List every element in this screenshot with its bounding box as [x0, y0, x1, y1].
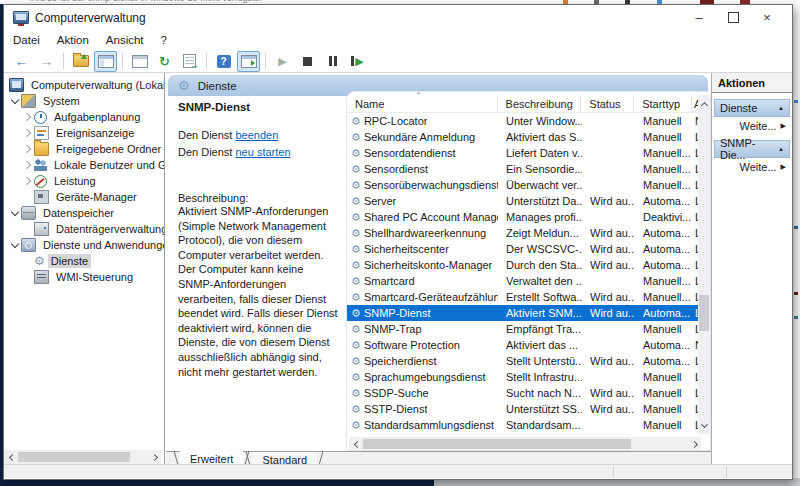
restart-service-link[interactable]: neu starten — [235, 146, 290, 158]
service-name-cell: ⚙Standardsammlungsdienst ... — [347, 419, 498, 431]
pause-service-button[interactable] — [321, 51, 344, 72]
show-action-pane-button[interactable] — [237, 51, 260, 72]
service-row-sensordienst[interactable]: ⚙SensordienstEin Sensordie...Manuell...L… — [347, 161, 701, 177]
view-tabs: ErweitertStandard — [166, 451, 711, 464]
chevron-right-icon[interactable] — [23, 112, 33, 122]
restart-service-button[interactable]: ▶ — [346, 51, 369, 72]
stop-service-button[interactable] — [296, 51, 319, 72]
service-description: Unterstützt Da... — [498, 195, 582, 207]
service-row-ssdp-suche[interactable]: ⚙SSDP-SucheSucht nach N...Wird au...Manu… — [347, 385, 701, 401]
service-row-shared-pc-account-manager[interactable]: ⚙Shared PC Account ManagerManages profi.… — [347, 209, 701, 225]
minimize-button[interactable]: – — [682, 5, 716, 30]
service-status: Wird au... — [582, 195, 635, 207]
list-vertical-scrollbar[interactable] — [698, 95, 710, 434]
scrollbar-thumb[interactable] — [18, 452, 130, 462]
help-button[interactable]: ? — [212, 51, 235, 72]
collapse-icon[interactable]: ▲ — [778, 146, 784, 152]
scrollbar-thumb[interactable] — [699, 295, 709, 331]
service-row-speicherdienst[interactable]: ⚙SpeicherdienstStellt Unterstü...Wird au… — [347, 353, 701, 369]
scrollbar-thumb[interactable] — [363, 439, 631, 449]
service-row-sprachumgebungsdienst[interactable]: ⚙SprachumgebungsdienstStellt Infrastru..… — [347, 369, 701, 385]
show-console-tree-button[interactable] — [94, 51, 117, 72]
tree-item-computerverwaltung-lokal-[interactable]: Computerverwaltung (Lokal) — [4, 77, 164, 93]
scroll-up-button[interactable] — [698, 97, 711, 111]
chevron-down-icon[interactable] — [10, 96, 20, 106]
service-row-server[interactable]: ⚙ServerUnterstützt Da...Wird au...Automa… — [347, 193, 701, 209]
chevron-down-icon[interactable] — [10, 208, 20, 218]
collapse-icon[interactable]: ▲ — [778, 105, 784, 111]
tab-erweitert[interactable]: Erweitert — [180, 451, 243, 464]
service-name: Smartcard — [364, 275, 415, 287]
tree-item-label: Datenträgerverwaltung — [53, 222, 165, 236]
chevron-down-icon[interactable] — [10, 240, 20, 250]
service-row-sicherheitscenter[interactable]: ⚙SicherheitscenterDer WSCSVC-...Wird au.… — [347, 241, 701, 257]
service-row-sekund-re-anmeldung[interactable]: ⚙Sekundäre AnmeldungAktiviert das S...Ma… — [347, 129, 701, 145]
tree-item-aufgabenplanung[interactable]: Aufgabenplanung — [4, 109, 164, 125]
close-button[interactable]: × — [750, 5, 784, 30]
scroll-left-button[interactable] — [4, 450, 17, 464]
menu-item-datei[interactable]: Datei — [13, 32, 49, 49]
actions-section-header[interactable]: Dienste▲ — [714, 99, 790, 117]
actions-section-header[interactable]: SNMP-Die...▲ — [714, 140, 790, 158]
service-name: Sprachumgebungsdienst — [364, 371, 486, 383]
service-row-snmp-dienst[interactable]: ⚙SNMP-DienstAktiviert SNM...Wird au...Au… — [347, 305, 701, 321]
tree-item-dienste[interactable]: ⚙Dienste — [4, 253, 164, 269]
up-level-button[interactable] — [69, 51, 92, 72]
scroll-down-button[interactable] — [698, 418, 711, 432]
service-row-shellhardwareerkennung[interactable]: ⚙ShellhardwareerkennungZeigt Meldun...Wi… — [347, 225, 701, 241]
properties-button[interactable] — [128, 51, 151, 72]
service-row-snmp-trap[interactable]: ⚙SNMP-TrapEmpfängt Tra...ManuellL... — [347, 321, 701, 337]
column-header-beschreibung[interactable]: Beschreibung — [498, 95, 582, 112]
maximize-button[interactable] — [716, 5, 750, 30]
tree-item-ereignisanzeige[interactable]: Ereignisanzeige — [4, 125, 164, 141]
service-row-smartcard[interactable]: ⚙SmartcardVerwaltet den ...Manuell...L..… — [347, 273, 701, 289]
chevron-right-icon[interactable] — [23, 144, 33, 154]
menu-item-aktion[interactable]: Aktion — [57, 32, 98, 49]
column-header-starttyp[interactable]: Starttyp — [634, 95, 692, 112]
service-row-sicherheitskonto-manager[interactable]: ⚙Sicherheitskonto-ManagerDurch den Sta..… — [347, 257, 701, 273]
service-description: Durch den Sta... — [498, 259, 582, 271]
scroll-right-button[interactable] — [148, 450, 161, 464]
start-service-button[interactable]: ▶ — [271, 51, 294, 72]
service-starttype: Automa... — [635, 195, 693, 207]
column-header-name[interactable]: Name — [347, 95, 498, 112]
menu-item-?[interactable]: ? — [161, 32, 176, 49]
chevron-right-icon[interactable] — [23, 128, 33, 138]
action-item-weitere-aktionen[interactable]: Weite...▶ — [712, 117, 792, 134]
tree-item-dienste-und-anwendungen[interactable]: Dienste und Anwendungen — [4, 237, 164, 253]
tree-item-freigegebene-ordner[interactable]: Freigegebene Ordner — [4, 141, 164, 157]
service-starttype: Deaktivi... — [635, 211, 693, 223]
service-row-sensordatendienst[interactable]: ⚙SensordatendienstLiefert Daten v...Manu… — [347, 145, 701, 161]
back-button[interactable]: ← — [10, 51, 33, 72]
tree-horizontal-scrollbar[interactable] — [4, 450, 161, 464]
tree-item-wmi-steuerung[interactable]: WMI-Steuerung — [4, 269, 164, 285]
chevron-right-icon[interactable] — [23, 176, 33, 186]
forward-button[interactable]: → — [35, 51, 58, 72]
service-row-standardsammlungsdienst-[interactable]: ⚙Standardsammlungsdienst ...Standardsam.… — [347, 417, 701, 433]
tree-item-leistung[interactable]: Leistung — [4, 173, 164, 189]
service-row-smartcard-ger-teaufz-hlun-[interactable]: ⚙Smartcard-Geräteaufzählun...Erstellt So… — [347, 289, 701, 305]
export-list-button[interactable] — [178, 51, 201, 72]
column-header-status[interactable]: Status — [581, 95, 634, 112]
tree-item-datentr-gerverwaltung[interactable]: Datenträgerverwaltung — [4, 221, 164, 237]
scroll-right-button[interactable] — [688, 437, 701, 451]
service-description: Verwaltet den ... — [498, 275, 582, 287]
service-row-sensor-berwachungsdienst[interactable]: ⚙SensorüberwachungsdienstÜberwacht ver..… — [347, 177, 701, 193]
service-name: Sensordatendienst — [364, 147, 456, 159]
tree-item-ger-te-manager[interactable]: Geräte-Manager — [4, 189, 164, 205]
tab-standard[interactable]: Standard — [252, 452, 317, 464]
service-row-rpc-locator[interactable]: ⚙RPC-LocatorUnter Window...ManuellN... — [347, 113, 701, 129]
chevron-right-icon[interactable] — [23, 160, 33, 170]
action-item-label: Weite... — [740, 120, 777, 132]
service-row-software-protection[interactable]: ⚙Software ProtectionAktiviert das ...Aut… — [347, 337, 701, 353]
stop-service-link[interactable]: beenden — [235, 129, 278, 141]
service-gear-icon: ⚙ — [351, 276, 361, 287]
scroll-left-button[interactable] — [349, 437, 362, 451]
tree-item-system[interactable]: System — [4, 93, 164, 109]
list-horizontal-scrollbar[interactable] — [349, 437, 701, 450]
tree-item-datenspeicher[interactable]: Datenspeicher — [4, 205, 164, 221]
menu-item-ansicht[interactable]: Ansicht — [106, 32, 153, 49]
service-row-sstp-dienst[interactable]: ⚙SSTP-DienstUnterstützt SS...Wird au...M… — [347, 401, 701, 417]
tree-item-lokale-benutzer-und-gr[interactable]: Lokale Benutzer und Gr — [4, 157, 164, 173]
refresh-button[interactable]: ↻ — [153, 51, 176, 72]
